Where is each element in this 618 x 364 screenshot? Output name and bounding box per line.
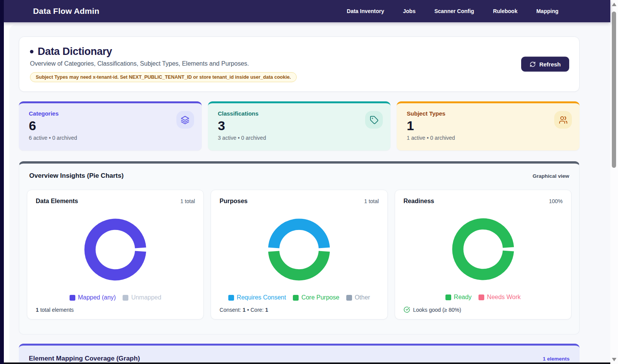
chart-footer: Consent: 1 • Core: 1 bbox=[219, 307, 379, 313]
chart-legend: Requires Consent Core Purpose Other bbox=[219, 294, 379, 301]
stat-cards-row: Categories 6 6 active • 0 archived Class… bbox=[19, 101, 580, 151]
stat-title: Subject Types bbox=[407, 110, 570, 117]
legend-swatch bbox=[445, 295, 451, 300]
check-circle-icon bbox=[404, 306, 410, 313]
page-header-card: Data Dictionary Overview of Categories, … bbox=[19, 36, 580, 92]
donut-chart-purposes bbox=[219, 205, 379, 294]
stat-value: 3 bbox=[218, 119, 381, 133]
legend-label: Unmapped bbox=[131, 294, 161, 301]
chart-total-label: 1 total bbox=[180, 198, 195, 204]
chart-total-label: 1 total bbox=[364, 198, 379, 204]
legend-item[interactable]: Mapped (any) bbox=[70, 294, 116, 301]
chart-footer: Looks good (≥ 80%) bbox=[404, 306, 563, 313]
overview-insights-section: Overview Insights (Pie Charts) Graphical… bbox=[19, 161, 580, 334]
refresh-icon bbox=[530, 61, 536, 67]
page-body: Data Dictionary Overview of Categories, … bbox=[4, 22, 610, 364]
chart-card-purposes: Purposes 1 total Requires Consent Co bbox=[211, 190, 387, 319]
donut-chart-readiness bbox=[404, 205, 563, 294]
graphical-view-toggle[interactable]: Graphical view bbox=[533, 173, 569, 179]
coverage-section-title: Element Mapping Coverage (Graph) bbox=[29, 355, 140, 362]
nav-item-jobs[interactable]: Jobs bbox=[403, 8, 416, 14]
stat-value: 1 bbox=[407, 119, 570, 133]
nav-menu: Data Inventory Jobs Scanner Config Ruleb… bbox=[347, 8, 558, 14]
chart-footer: 1 total elements bbox=[36, 307, 195, 313]
refresh-button[interactable]: Refresh bbox=[521, 57, 569, 72]
scroll-down-button[interactable] bbox=[612, 358, 616, 361]
chart-legend: Ready Needs Work bbox=[404, 294, 563, 301]
coverage-elements-count: 1 elements bbox=[543, 356, 570, 362]
scrollbar-thumb[interactable] bbox=[612, 12, 616, 168]
legend-swatch bbox=[346, 295, 352, 301]
legend-label: Other bbox=[355, 294, 370, 301]
legend-label: Core Purpose bbox=[301, 294, 339, 301]
users-icon bbox=[554, 111, 572, 129]
stat-card-categories: Categories 6 6 active • 0 archived bbox=[19, 101, 202, 151]
stat-subtext: 1 active • 0 archived bbox=[407, 135, 570, 141]
element-mapping-coverage-section: Element Mapping Coverage (Graph) 1 eleme… bbox=[19, 344, 580, 364]
tag-icon bbox=[365, 111, 383, 129]
refresh-button-label: Refresh bbox=[539, 61, 561, 68]
layers-icon bbox=[176, 111, 194, 129]
insights-section-title: Overview Insights (Pie Charts) bbox=[29, 172, 124, 180]
stat-subtext: 3 active • 0 archived bbox=[218, 135, 381, 141]
donut-chart-data-elements bbox=[36, 205, 195, 294]
legend-item[interactable]: Requires Consent bbox=[228, 294, 286, 301]
legend-swatch bbox=[478, 295, 484, 300]
stat-title: Categories bbox=[29, 110, 192, 117]
legend-item[interactable]: Unmapped bbox=[123, 294, 161, 301]
status-dot-icon bbox=[30, 50, 33, 53]
nav-item-rulebook[interactable]: Rulebook bbox=[493, 8, 518, 14]
chart-title: Readiness bbox=[404, 198, 434, 205]
legend-item[interactable]: Core Purpose bbox=[293, 294, 339, 301]
stat-title: Classifications bbox=[218, 110, 381, 117]
stat-card-classifications: Classifications 3 3 active • 0 archived bbox=[208, 101, 391, 151]
window-bottom-edge bbox=[4, 362, 610, 364]
stat-card-subject-types: Subject Types 1 1 active • 0 archived bbox=[397, 101, 580, 151]
content-panel: Data Dictionary Overview of Categories, … bbox=[9, 25, 610, 364]
nav-item-scanner-config[interactable]: Scanner Config bbox=[434, 8, 474, 14]
chart-percent-label: 100% bbox=[549, 198, 563, 204]
chart-title: Purposes bbox=[219, 198, 248, 205]
window-left-edge bbox=[0, 0, 4, 364]
charts-row: Data Elements 1 total Mapped (any) U bbox=[27, 190, 571, 319]
chart-legend: Mapped (any) Unmapped bbox=[36, 294, 195, 301]
legend-item[interactable]: Needs Work bbox=[478, 294, 521, 301]
legend-label: Mapped (any) bbox=[78, 294, 116, 301]
tenant-notice-badge: Subject Types may need x-tenant-id. Set … bbox=[30, 72, 297, 82]
chart-title: Data Elements bbox=[36, 198, 78, 205]
legend-label: Requires Consent bbox=[237, 294, 286, 301]
legend-swatch bbox=[123, 295, 128, 301]
scroll-up-button[interactable] bbox=[612, 3, 616, 6]
legend-label: Needs Work bbox=[487, 294, 521, 301]
page-title: Data Dictionary bbox=[38, 46, 112, 58]
chart-card-data-elements: Data Elements 1 total Mapped (any) U bbox=[27, 190, 204, 319]
legend-label: Ready bbox=[454, 294, 472, 301]
legend-swatch bbox=[228, 295, 234, 301]
stat-subtext: 6 active • 0 archived bbox=[29, 135, 192, 141]
nav-item-mapping[interactable]: Mapping bbox=[536, 8, 558, 14]
legend-swatch bbox=[293, 295, 299, 301]
top-navbar: Data Flow Admin Data Inventory Jobs Scan… bbox=[4, 0, 610, 22]
scrollbar-track[interactable] bbox=[610, 0, 618, 364]
legend-item[interactable]: Ready bbox=[445, 294, 472, 301]
nav-item-data-inventory[interactable]: Data Inventory bbox=[347, 8, 384, 14]
app-window: Data Flow Admin Data Inventory Jobs Scan… bbox=[0, 0, 618, 364]
page-subtitle: Overview of Categories, Classifications,… bbox=[30, 60, 568, 67]
legend-swatch bbox=[70, 295, 75, 301]
chart-card-readiness: Readiness 100% Ready Needs Work bbox=[395, 190, 571, 319]
stat-value: 6 bbox=[29, 119, 192, 133]
app-brand: Data Flow Admin bbox=[33, 7, 100, 16]
legend-item[interactable]: Other bbox=[346, 294, 370, 301]
